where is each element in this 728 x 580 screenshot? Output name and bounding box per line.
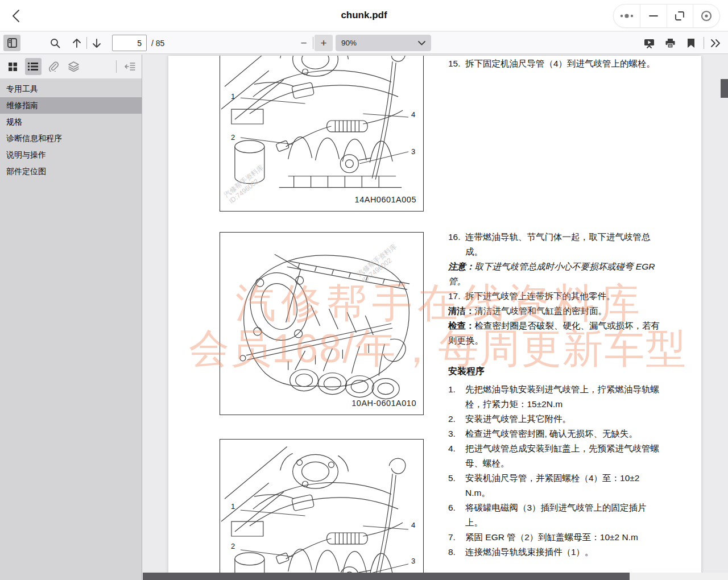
step-15: 15. 拆下固定机油尺导管（4）到进气歧管上的螺栓。 [448,56,660,71]
horizontal-scrollbar-thumb[interactable] [143,573,630,580]
focus-dot-icon [701,10,712,22]
sidebar-item[interactable]: 规格 [0,114,142,130]
presentation-icon [644,38,655,48]
attachments-view-button[interactable] [45,58,62,75]
attachments-icon [48,61,59,72]
procedure-text-middle: 16. 连带燃油导轨、节气门体一起，取下进气歧管总成。 注意：取下进气歧管总成时… [448,230,660,348]
install-step: 1. 先把燃油导轨安装到进气歧管上，拧紧燃油导轨螺栓，拧紧力矩：15±2N.m [448,382,660,412]
callout-number: 4 [411,521,415,529]
current-outline-icon [125,62,135,71]
print-icon [665,38,676,48]
outline-icon [28,62,38,71]
note-inspect: 检查：检查密封圈是否破裂、硬化、漏气或损坏，若有则更换。 [448,318,660,348]
page-up-icon [72,38,81,48]
layers-view-button[interactable] [65,58,82,75]
zoom-out-button[interactable]: − [296,35,312,51]
sidebar-divider [116,60,117,73]
procedure-text-top: 15. 拆下固定机油尺导管（4）到进气歧管上的螺栓。 [448,56,660,71]
sidebar: 专用工具 维修指南 规格 诊断信息和程序 说明与操作 部件定位图 [0,55,142,580]
callout-number: 4 [411,110,415,119]
pdf-page: 1 2 4 3 汽修帮手资料库ID:7496002 14AH0601A005 汽… [168,56,701,580]
vertical-scrollbar-thumb[interactable] [721,79,728,98]
layers-icon [68,61,79,72]
restore-button[interactable] [667,5,693,27]
next-page-button[interactable] [88,35,105,51]
chevron-down-icon [418,41,425,45]
presentation-mode-button[interactable] [640,35,657,51]
install-step: 7. 紧固 EGR 管（2）到缸盖螺母至：10±2 N.m [448,530,660,545]
minimize-button[interactable] [640,5,667,27]
sidebar-item[interactable]: 说明与操作 [0,147,142,163]
outline-list: 专用工具 维修指南 规格 诊断信息和程序 说明与操作 部件定位图 [0,81,142,180]
minimize-icon [648,14,659,18]
bookmark-icon [687,38,695,48]
window-menu-button[interactable] [614,5,640,27]
figure-label: 10AH-0601A010 [351,399,416,408]
sidebar-item[interactable]: 部件定位图 [0,163,142,180]
install-steps-list: 1. 先把燃油导轨安装到进气歧管上，拧紧燃油导轨螺栓，拧紧力矩：15±2N.m … [448,382,660,560]
restore-icon [675,11,685,21]
toolbar-divider [86,37,87,49]
current-outline-item-button[interactable] [121,58,138,75]
step-16: 16. 连带燃油导轨、节气门体一起，取下进气歧管总成。 [448,230,660,259]
thumbnails-icon [8,62,18,72]
more-tools-button[interactable] [707,35,725,51]
search-icon [50,38,60,48]
note-clean: 清洁：清洁进气歧管和气缸盖的密封面。 [448,304,660,318]
figure-intake-manifold-install: 1 2 4 3 汽修帮手资料库ID:7496002 [220,439,424,580]
figure-intake-manifold-removal: 1 2 4 3 汽修帮手资料库ID:7496002 14AH0601A005 [220,56,424,212]
title-bar: chunk.pdf [0,0,728,31]
note-caution: 注意：取下进气歧管总成时小心不要损坏或碰弯 EGR 管。 [448,259,660,289]
sidebar-item[interactable]: 维修指南 [0,97,142,114]
sidebar-view-switcher [0,55,142,78]
page-number-input[interactable] [112,35,147,51]
page-down-icon [92,38,101,48]
callout-number: 2 [231,133,235,142]
callout-number: 3 [411,557,415,565]
install-step: 4. 把进气歧管总成安装到缸盖上，先预紧进气歧管螺母、螺栓。 [448,441,660,471]
install-step: 6. 将碳罐电磁阀（3）插到进气歧管上的固定插片上。 [448,500,660,530]
thumbnails-view-button[interactable] [5,58,22,75]
figure-intake-manifold-assembly: 汽修帮手资料库ID:7496002 10AH-0601A010 [220,232,424,415]
install-step: 3. 检查进气歧管密封圈, 确认无损坏、无缺失。 [448,426,660,441]
outline-view-button[interactable] [25,58,42,75]
sidebar-item[interactable]: 专用工具 [0,81,142,97]
print-button[interactable] [661,35,679,51]
sidebar-toggle-button[interactable] [3,35,20,51]
callout-number: 2 [231,542,235,550]
zoom-level-label: 90% [341,39,357,47]
zoom-select[interactable]: 90% [336,35,431,51]
callout-number: 1 [231,92,235,101]
sidebar-toggle-icon [7,38,17,48]
callout-number: 3 [411,147,415,156]
previous-page-button[interactable] [68,35,85,51]
pdf-toolbar: / 85 − + 90% [0,32,728,54]
page-count-label: / 85 [151,39,164,48]
ellipsis-icon [619,13,634,19]
callout-number: 1 [231,502,235,511]
window-controls [613,4,720,28]
install-heading: 安装程序 [448,364,660,379]
install-step: 2. 安装进气歧管上其它附件。 [448,412,660,426]
zoom-in-button[interactable]: + [315,35,333,51]
focus-button[interactable] [693,5,719,27]
pdf-viewer-area: 1 2 4 3 汽修帮手资料库ID:7496002 14AH0601A005 汽… [143,55,728,580]
install-procedure: 安装程序 1. 先把燃油导轨安装到进气歧管上，拧紧燃油导轨螺栓，拧紧力矩：15±… [448,349,660,560]
toolbar-divider [313,37,313,49]
sidebar-item[interactable]: 诊断信息和程序 [0,130,142,147]
toolbar-divider [704,37,704,49]
search-button[interactable] [47,35,64,51]
install-step: 8. 连接燃油导轨线束接插件（1）。 [448,545,660,560]
step-17: 17. 拆下进气歧管上连带拆下的其他零件。 [448,289,660,304]
figure-label: 14AH0601A005 [355,195,416,204]
bookmark-button[interactable] [682,35,700,51]
more-tools-icon [710,39,722,48]
install-step: 5. 安装机油尺导管，并紧固螺栓（4）至：10±2 N.m。 [448,471,660,500]
horizontal-scrollbar[interactable] [143,573,728,580]
